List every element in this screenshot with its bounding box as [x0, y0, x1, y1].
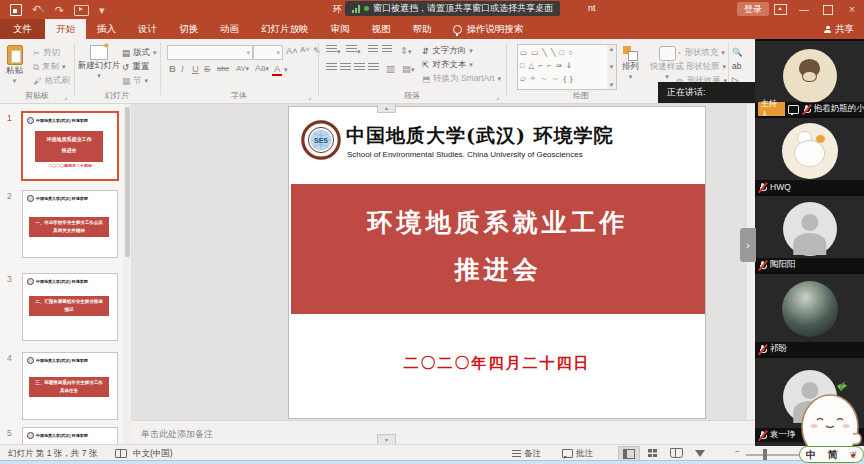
notes-toggle[interactable]: 备注	[512, 448, 541, 460]
line-spacing-button[interactable]: ⇕▾	[398, 45, 413, 56]
zoom-slider-thumb[interactable]	[763, 449, 767, 460]
slide-date[interactable]: 二〇二〇年四月二十四日	[289, 354, 705, 373]
tab-help[interactable]: 帮助	[402, 19, 443, 39]
shape-fill-button[interactable]: ◔形状填充▾	[676, 47, 725, 59]
tab-insert[interactable]: 插入	[86, 19, 127, 39]
reading-view-button[interactable]	[666, 446, 686, 460]
clipboard-dialog-launcher[interactable]: ⌟	[64, 93, 67, 101]
subscript-button[interactable]: abc	[215, 64, 231, 73]
paste-button[interactable]: 粘贴 ▾	[6, 45, 23, 85]
numbering-button[interactable]: ▾	[344, 45, 363, 56]
participant-tile[interactable]: 陶阳阳	[755, 196, 864, 272]
cut-button[interactable]: ✂剪切	[33, 47, 60, 59]
comments-toggle[interactable]: 批注	[562, 448, 593, 460]
align-left-button[interactable]	[324, 63, 339, 74]
zoom-out-button[interactable]: −	[735, 446, 740, 456]
tab-view[interactable]: 视图	[361, 19, 402, 39]
text-direction-button[interactable]: ⇵文字方向▾	[422, 45, 473, 57]
language-indicator[interactable]: 中文(中国)	[133, 448, 173, 460]
justify-button[interactable]	[366, 63, 381, 74]
ime-toolbar[interactable]: 中 简 ❦	[799, 446, 864, 463]
underline-button[interactable]: U	[190, 63, 201, 74]
shapes-gallery-scroll[interactable]: ▲▼▼	[607, 44, 617, 90]
align-right-button[interactable]	[352, 63, 367, 74]
participant-tile[interactable]: 祁盼	[755, 274, 864, 356]
find-button[interactable]: 🔍	[732, 47, 743, 57]
font-color-dropdown-icon[interactable]: ▾	[284, 66, 288, 74]
close-button[interactable]: ×	[840, 0, 864, 19]
customize-qat-icon[interactable]: ▾	[99, 3, 105, 17]
tab-home[interactable]: 开始	[45, 19, 86, 39]
slide-thumbnail-4[interactable]: 中国地质大学(武汉) 环境学院 三、部署推进系内毕业生就业工作具体任务	[22, 352, 118, 420]
tab-file[interactable]: 文件	[0, 19, 45, 39]
ime-lang-indicator[interactable]: 中	[806, 448, 816, 462]
font-dialog-launcher[interactable]: ⌟	[308, 93, 311, 101]
paragraph-group-label: 段落	[318, 90, 506, 101]
reset-button[interactable]: ↺重置	[122, 61, 149, 73]
slide-thumbnail-3[interactable]: 中国地质大学(武汉) 环境学院 二、汇报各课题组毕业生就业推进情况	[22, 273, 118, 341]
restore-button[interactable]	[816, 0, 840, 19]
layout-button[interactable]: ▤版式▾	[122, 47, 157, 59]
replace-button[interactable]: ab	[732, 61, 741, 71]
format-painter-button[interactable]: 🖌格式刷	[33, 75, 70, 87]
ime-logo-icon[interactable]: ❦	[850, 450, 858, 460]
paragraph-dialog-launcher[interactable]: ⌟	[496, 93, 499, 101]
notes-pane[interactable]: 单击此处添加备注 ▾	[131, 420, 755, 445]
bullets-button[interactable]: ▾	[324, 45, 343, 56]
bold-button[interactable]: B	[167, 63, 178, 74]
slide-thumbnail-1[interactable]: 中国地质大学(武汉) 环境学院 环境地质系就业工作 推进会 二〇二〇年四月二十四…	[21, 111, 119, 181]
decrease-indent-button[interactable]	[366, 45, 380, 56]
align-center-button[interactable]	[338, 63, 353, 74]
font-color-button[interactable]: A	[272, 63, 282, 76]
shrink-font-button[interactable]: A˅	[298, 45, 312, 54]
align-text-button[interactable]: ⇱对齐文本▾	[422, 59, 473, 71]
change-case-button[interactable]: Aa▾	[253, 63, 271, 73]
italic-button[interactable]: I	[179, 63, 186, 74]
font-size-combobox[interactable]: ▾	[253, 45, 283, 60]
redo-icon[interactable]: ↷	[55, 3, 64, 17]
copy-button[interactable]: ⧉复制▾	[33, 61, 66, 73]
login-button[interactable]: 登录	[737, 2, 769, 16]
strikethrough-button[interactable]: S	[202, 63, 212, 74]
ribbon-display-options-button[interactable]	[768, 0, 792, 19]
slide-canvas[interactable]: SES 中国地质大学(武汉) 环境学院 School of Environmen…	[288, 106, 706, 419]
start-slideshow-icon[interactable]	[74, 5, 89, 16]
tab-review[interactable]: 审阅	[320, 19, 361, 39]
tab-transitions[interactable]: 切换	[168, 19, 209, 39]
section-label: 节	[133, 75, 142, 87]
new-slide-button[interactable]: 新建幻灯片 ▾	[82, 45, 116, 80]
slideshow-view-button[interactable]	[690, 446, 710, 460]
undo-icon[interactable]: ↶▾	[32, 2, 45, 18]
notes-placeholder[interactable]: 单击此处添加备注	[141, 428, 213, 441]
share-button[interactable]: 共享	[824, 19, 854, 39]
increase-indent-button[interactable]	[380, 45, 394, 56]
text-columns-button[interactable]: ▤▾	[400, 63, 417, 74]
slide-title-banner[interactable]: 环境地质系就业工作 推进会	[291, 184, 705, 314]
zoom-slider-track[interactable]	[746, 454, 800, 456]
tell-me-search[interactable]: 操作说明搜索	[443, 19, 534, 39]
slide-thumbnail-2[interactable]: 中国地质大学(武汉) 环境学院 一、传达学校毕业生就业工作会议及相关文件精神	[22, 190, 118, 258]
participant-tile-host[interactable]: 主持人 抱着奶瓶的小...	[755, 41, 864, 116]
spellcheck-indicator[interactable]	[112, 448, 130, 458]
panel-collapse-handle[interactable]: ›	[740, 228, 756, 262]
section-button[interactable]: ▦节▾	[122, 75, 148, 87]
shape-outline-button[interactable]: ▱形状轮廓▾	[676, 61, 726, 73]
font-name-combobox[interactable]: ▾	[167, 45, 253, 60]
tab-design[interactable]: 设计	[127, 19, 168, 39]
thumbnail-scrollbar[interactable]	[123, 103, 131, 444]
tab-slideshow[interactable]: 幻灯片放映	[250, 19, 320, 39]
character-spacing-button[interactable]: AV▾	[234, 64, 251, 73]
smartart-button[interactable]: ⬒转换为 SmartArt▾	[422, 73, 501, 85]
save-icon[interactable]	[10, 4, 22, 16]
minimize-button[interactable]: —	[792, 0, 816, 19]
notice-text: 窗口被遮挡，请置顶共享窗口或选择共享桌面	[373, 2, 553, 15]
shapes-gallery[interactable]: ▭ ▭ ╲ ╲ □ ○ □ △ ⌐ ⌐ ⇒ ⇓ ▱ ✧ ～ ～ { }	[517, 44, 611, 90]
arrange-button[interactable]: 排列 ▾	[622, 46, 639, 81]
participant-tile[interactable]: HWQ	[755, 118, 864, 194]
ime-mode-indicator[interactable]: 简	[828, 448, 838, 462]
slide-sorter-view-button[interactable]	[642, 446, 662, 460]
tab-animations[interactable]: 动画	[209, 19, 250, 39]
columns-button[interactable]: ▥	[384, 63, 397, 74]
taskbar-edge	[0, 460, 864, 464]
new-slide-dropdown-icon: ▾	[97, 72, 101, 80]
